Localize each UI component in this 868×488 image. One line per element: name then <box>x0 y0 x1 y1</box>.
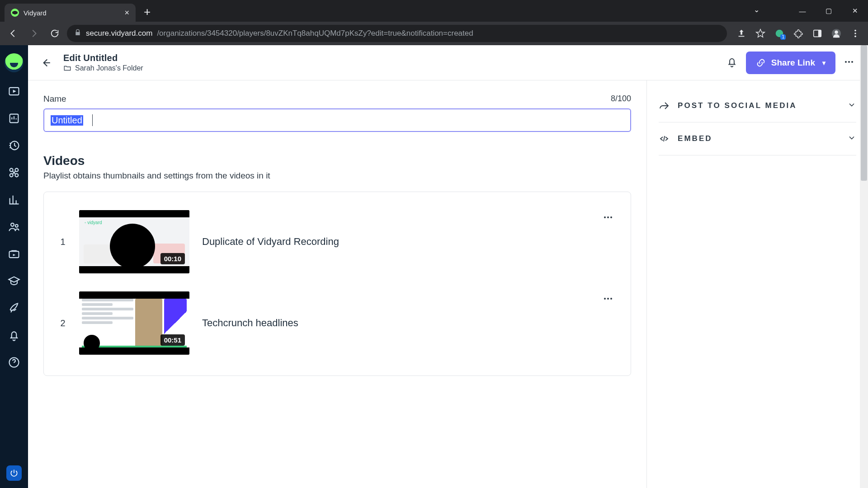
sidepanel-icon[interactable] <box>809 25 826 42</box>
vidyard-favicon <box>11 9 19 17</box>
name-label: Name <box>43 94 66 104</box>
tab-search-icon[interactable]: ⌄ <box>754 5 760 14</box>
browser-tab-title: Vidyard <box>24 9 47 17</box>
rail-power-icon[interactable] <box>6 465 22 481</box>
side-panel: POST TO SOCIAL MEDIA EMBED <box>646 80 868 488</box>
chrome-menu-icon[interactable] <box>847 25 863 42</box>
browser-toolbar: secure.vidyard.com/organizations/3454320… <box>0 22 868 45</box>
svg-point-27 <box>610 298 612 300</box>
page-title: Edit Untitled <box>63 53 143 63</box>
share-link-label: Share Link <box>771 58 815 68</box>
notifications-icon[interactable] <box>726 56 738 70</box>
chevron-down-icon <box>847 133 856 145</box>
svg-point-22 <box>604 216 606 218</box>
svg-point-6 <box>854 33 856 34</box>
window-close-icon[interactable]: ✕ <box>842 0 868 22</box>
vidyard-logo[interactable] <box>5 53 24 72</box>
svg-point-7 <box>854 36 856 38</box>
rail-history-icon[interactable] <box>8 139 20 154</box>
video-thumbnail[interactable]: 00:51 <box>79 291 189 355</box>
rail-library-icon[interactable] <box>8 85 20 99</box>
rail-integrations-icon[interactable] <box>8 166 20 181</box>
panel-post-social[interactable]: POST TO SOCIAL MEDIA <box>659 89 856 122</box>
profile-avatar-icon[interactable] <box>828 25 844 42</box>
new-tab-button[interactable]: + <box>136 5 157 22</box>
rail-team-icon[interactable] <box>8 221 20 235</box>
video-title: Duplicate of Vidyard Recording <box>202 236 339 248</box>
svg-point-20 <box>848 61 850 63</box>
video-thumbnail[interactable]: ◦ vidyard 00:10 <box>79 210 189 273</box>
video-more-icon[interactable] <box>603 293 613 306</box>
browser-tab[interactable]: Vidyard × <box>5 4 136 22</box>
video-index: 1 <box>59 237 66 247</box>
rail-rocket-icon[interactable] <box>8 302 20 316</box>
nav-reload-icon[interactable] <box>46 25 63 42</box>
share-link-button[interactable]: Share Link ▾ <box>746 52 835 74</box>
page-header: Edit Untitled Sarah Jonas's Folder Share… <box>28 45 868 80</box>
video-duration-badge: 00:10 <box>160 253 185 264</box>
nav-forward-icon <box>25 25 42 42</box>
name-char-counter: 8/100 <box>611 94 631 104</box>
bookmark-star-icon[interactable] <box>752 25 769 42</box>
svg-point-4 <box>835 31 838 34</box>
extensions-puzzle-icon[interactable] <box>790 25 807 42</box>
address-bar[interactable]: secure.vidyard.com/organizations/3454320… <box>67 25 727 42</box>
videos-card: 1 ◦ vidyard 00:10 Duplicate of Vidyard R… <box>43 192 631 376</box>
video-duration-badge: 00:51 <box>160 334 185 346</box>
name-input[interactable]: Untitled <box>43 108 631 132</box>
video-index: 2 <box>59 318 66 328</box>
svg-point-19 <box>845 61 847 63</box>
back-button[interactable] <box>36 53 55 72</box>
rail-notifications-icon[interactable] <box>8 329 20 343</box>
svg-point-25 <box>604 298 606 300</box>
share-page-icon[interactable] <box>733 25 750 42</box>
panel-label: EMBED <box>678 134 712 143</box>
divider <box>659 155 856 155</box>
rail-channels-icon[interactable] <box>8 248 20 262</box>
text-cursor-icon <box>92 114 93 126</box>
rail-analytics-icon[interactable] <box>8 193 20 208</box>
window-maximize-icon[interactable]: ▢ <box>816 0 842 22</box>
nav-back-icon[interactable] <box>5 25 22 42</box>
video-title: Techcrunch headlines <box>202 317 298 329</box>
folder-name: Sarah Jonas's Folder <box>75 64 143 72</box>
video-more-icon[interactable] <box>603 212 613 225</box>
svg-point-21 <box>851 61 853 63</box>
name-input-selection: Untitled <box>51 115 83 126</box>
app-root: Edit Untitled Sarah Jonas's Folder Share… <box>0 45 868 488</box>
chevron-down-icon <box>847 100 856 112</box>
url-path: /organizations/3454320/players/8uvZKnTq8… <box>157 29 473 38</box>
video-row[interactable]: 2 00:51 Techcrunch headlines <box>57 287 617 359</box>
extension-icon[interactable]: 1 <box>771 25 788 42</box>
lock-icon <box>74 29 81 38</box>
svg-point-15 <box>11 223 14 226</box>
left-nav-rail <box>0 45 28 488</box>
panel-embed[interactable]: EMBED <box>659 122 856 155</box>
rail-insights-icon[interactable] <box>8 112 20 127</box>
svg-point-24 <box>610 216 612 218</box>
toolbar-right: 1 <box>731 25 863 42</box>
videos-subheading: Playlist obtains thumbnails and settings… <box>43 171 631 181</box>
page-scrollbar-thumb[interactable] <box>861 45 867 181</box>
window-minimize-icon[interactable]: — <box>789 0 816 22</box>
svg-point-16 <box>15 225 18 227</box>
overflow-menu-icon[interactable] <box>844 56 854 69</box>
browser-tab-strip: Vidyard × + ⌄ — ▢ ✕ <box>0 0 868 22</box>
rail-help-icon[interactable] <box>8 356 20 371</box>
svg-rect-2 <box>818 30 821 37</box>
rail-academy-icon[interactable] <box>8 275 20 289</box>
tab-close-icon[interactable]: × <box>124 9 129 17</box>
main-column: Name 8/100 Untitled Videos Playlist obta… <box>28 80 646 488</box>
window-controls: — ▢ ✕ <box>789 0 868 22</box>
svg-point-23 <box>607 216 609 218</box>
svg-point-5 <box>854 30 856 32</box>
svg-point-26 <box>607 298 609 300</box>
chevron-down-icon: ▾ <box>822 59 826 66</box>
extension-badge: 1 <box>780 34 786 40</box>
panel-label: POST TO SOCIAL MEDIA <box>678 101 797 110</box>
video-row[interactable]: 1 ◦ vidyard 00:10 Duplicate of Vidyard R… <box>57 206 617 278</box>
url-host: secure.vidyard.com <box>86 29 152 38</box>
videos-heading: Videos <box>43 154 631 168</box>
breadcrumb[interactable]: Sarah Jonas's Folder <box>63 64 143 72</box>
